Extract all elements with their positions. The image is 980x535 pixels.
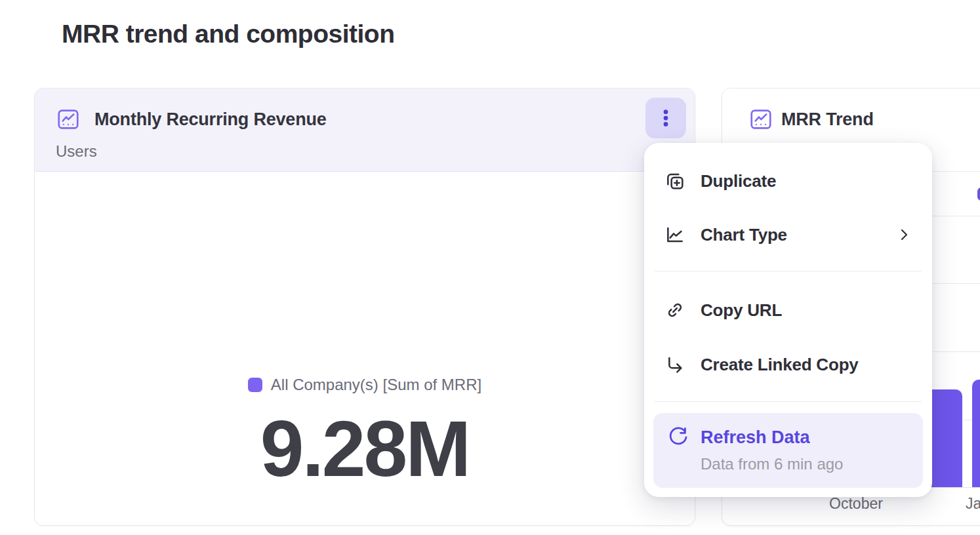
trend-card-title: MRR Trend — [781, 109, 874, 130]
menu-item-create-linked-copy[interactable]: Create Linked Copy — [653, 346, 923, 383]
menu-item-label: Duplicate — [701, 171, 776, 191]
mrr-card-title: Monthly Recurring Revenue — [94, 109, 327, 130]
x-label-october: October — [817, 495, 895, 513]
chart-icon — [748, 107, 773, 132]
menu-item-copy-url[interactable]: Copy URL — [653, 292, 923, 328]
menu-item-label: Create Linked Copy — [701, 355, 859, 375]
mrr-card-subtitle: Users — [56, 142, 97, 161]
refresh-label: Refresh Data — [701, 427, 810, 448]
legend-label: All Company(s) [Sum of MRR] — [271, 376, 481, 394]
bar-january[interactable] — [972, 380, 980, 487]
line-chart-icon — [664, 224, 685, 245]
legend: All Company(s) [Sum of MRR] — [35, 376, 695, 394]
menu-item-chart-type[interactable]: Chart Type — [653, 216, 923, 253]
card-menu-button[interactable] — [645, 98, 686, 138]
chart-icon — [56, 107, 81, 132]
metric-value: 9.28M — [35, 403, 695, 494]
duplicate-icon — [664, 170, 685, 191]
page-title: MRR trend and composition — [62, 20, 395, 49]
menu-item-label: Copy URL — [701, 300, 782, 321]
kebab-icon — [656, 108, 676, 128]
menu-divider — [655, 271, 922, 271]
menu-item-refresh-data[interactable]: Refresh Data Data from 6 min ago — [653, 413, 923, 488]
menu-item-duplicate[interactable]: Duplicate — [653, 163, 923, 199]
chevron-right-icon — [896, 227, 912, 243]
context-menu: Duplicate Chart Type — [644, 143, 932, 497]
mrr-card-header: Monthly Recurring Revenue Users — [35, 89, 695, 172]
mrr-card: Monthly Recurring Revenue Users All Comp… — [34, 88, 695, 526]
refresh-status: Data from 6 min ago — [701, 455, 843, 473]
branch-arrow-icon — [664, 354, 685, 375]
menu-item-label: Chart Type — [701, 225, 787, 245]
dashboard-page: MRR trend and composition Monthly Recurr… — [0, 0, 980, 535]
menu-divider — [655, 401, 922, 402]
mrr-card-body: All Company(s) [Sum of MRR] 9.28M — [35, 172, 695, 525]
trend-legend-swatch — [977, 188, 980, 201]
refresh-icon — [668, 427, 689, 448]
link-icon — [664, 300, 685, 321]
x-label-january: Ja — [966, 495, 980, 513]
legend-swatch — [248, 378, 262, 392]
